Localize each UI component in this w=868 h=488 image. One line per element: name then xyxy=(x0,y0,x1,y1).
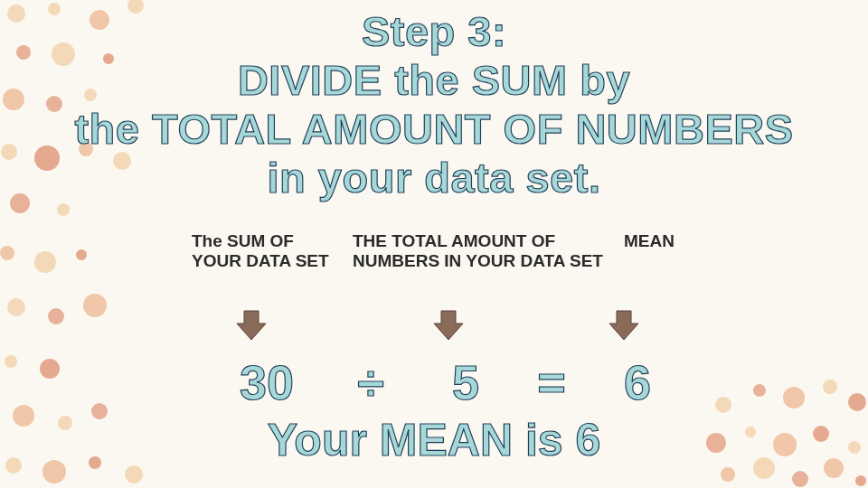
down-arrow-icon xyxy=(430,307,467,343)
conclusion-text: Your MEAN is 6 xyxy=(0,414,868,466)
equation-val2: 5 xyxy=(429,354,502,410)
label-mean: MEAN xyxy=(624,231,675,251)
slide-content: Step 3: DIVIDE the SUM by the TOTAL AMOU… xyxy=(0,0,868,488)
down-arrow-icon xyxy=(233,307,269,343)
equation-result: 6 xyxy=(601,354,674,410)
equation-row: 30 ÷ 5 = 6 xyxy=(0,354,868,410)
equation-op-divide: ÷ xyxy=(326,354,416,410)
title-line-4: in your data set. xyxy=(0,154,868,202)
label-total: THE TOTAL AMOUNT OF NUMBERS IN YOUR DATA… xyxy=(353,231,624,271)
down-arrow-icon xyxy=(606,307,642,343)
title-line-1: Step 3: xyxy=(0,7,868,56)
title-line-2: DIVIDE the SUM by xyxy=(0,56,868,105)
slide-title: Step 3: DIVIDE the SUM by the TOTAL AMOU… xyxy=(0,0,868,202)
equation-op-equals: = xyxy=(515,354,588,410)
title-line-3: the TOTAL AMOUNT OF NUMBERS xyxy=(0,105,868,154)
equation-val1: 30 xyxy=(222,354,312,410)
label-sum: The SUM OF YOUR DATA SET xyxy=(192,231,336,271)
